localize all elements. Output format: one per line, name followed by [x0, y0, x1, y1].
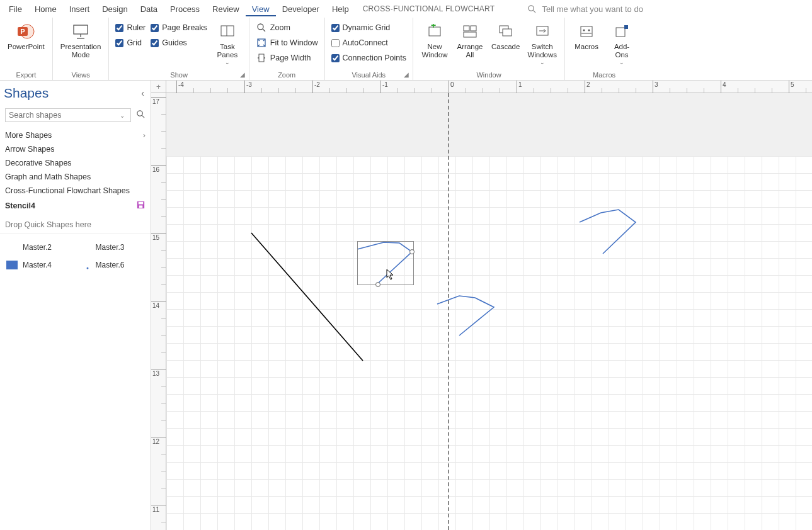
group-label-macros: Macros	[569, 70, 639, 80]
svg-line-11	[263, 29, 265, 31]
ribbon-group-zoom: Zoom Fit to Window Page Width Zoom	[249, 18, 325, 80]
cascade-label: Cascade	[491, 43, 520, 51]
master-3[interactable]: Master.3	[77, 240, 147, 255]
master-2[interactable]: Master.2	[4, 240, 74, 255]
svg-rect-31	[139, 202, 144, 205]
task-panes-button[interactable]: Task Panes ⌄	[210, 19, 245, 69]
selection-box[interactable]	[357, 241, 414, 285]
grid-checkbox[interactable]: Grid	[113, 35, 148, 50]
switch-windows-icon	[534, 21, 551, 42]
autoconnect-checkbox[interactable]: AutoConnect	[329, 35, 409, 50]
selection-handle[interactable]	[409, 249, 415, 254]
vertical-ruler[interactable]: 17161514131211	[151, 93, 166, 530]
selection-handle[interactable]	[375, 282, 380, 287]
canvas-area: + -4-3-2-1012345 17161514131211	[151, 81, 812, 530]
guides-checkbox[interactable]: Guides	[148, 35, 210, 50]
zoom-button[interactable]: Zoom	[253, 20, 321, 35]
svg-point-23	[583, 30, 585, 31]
group-label-zoom: Zoom	[253, 70, 321, 80]
ribbon-group-visual-aids: Dynamic Grid AutoConnect Connection Poin…	[325, 18, 413, 80]
menu-developer[interactable]: Developer	[276, 2, 326, 16]
category-cross-functional-shapes[interactable]: Cross-Functional Flowchart Shapes	[0, 184, 151, 198]
menu-bar: File Home Insert Design Data Process Rev…	[0, 0, 812, 18]
svg-rect-33	[6, 261, 18, 269]
svg-line-1	[534, 10, 536, 13]
menu-review[interactable]: Review	[206, 2, 246, 16]
new-window-icon: +	[426, 21, 443, 42]
visual-aids-dialog-launcher[interactable]: ◢	[404, 71, 411, 79]
category-arrow-shapes[interactable]: Arrow Shapes	[0, 142, 151, 156]
presentation-label: Presentation Mode	[60, 43, 101, 59]
svg-line-29	[142, 115, 144, 118]
menu-data[interactable]: Data	[134, 2, 164, 16]
powerpoint-label: PowerPoint	[8, 43, 45, 51]
svg-rect-17	[471, 26, 476, 31]
fit-window-icon	[256, 37, 267, 48]
horizontal-ruler[interactable]: -4-3-2-1012345	[166, 81, 812, 93]
group-label-views: Views	[57, 70, 105, 80]
menu-view[interactable]: View	[246, 2, 276, 16]
switch-windows-button[interactable]: Switch Windows ⌄	[523, 19, 561, 69]
ribbon-group-views: Presentation Mode Views	[53, 18, 110, 80]
ruler-corner[interactable]: +	[151, 81, 166, 93]
arrange-all-button[interactable]: Arrange All	[452, 19, 488, 62]
search-icon[interactable]	[136, 110, 146, 121]
master-6[interactable]: Master.6	[77, 257, 147, 273]
svg-rect-27	[624, 25, 628, 29]
svg-point-24	[588, 30, 590, 31]
ruler-checkbox[interactable]: Ruler	[113, 20, 148, 35]
master-4[interactable]: Master.4	[4, 257, 74, 273]
powerpoint-button[interactable]: P PowerPoint	[4, 19, 49, 54]
connection-points-checkbox[interactable]: Connection Points	[329, 50, 409, 65]
stencil-item[interactable]: Stencil4	[0, 198, 151, 214]
drop-quick-shapes-hint: Drop Quick Shapes here	[0, 214, 151, 234]
page-width-button[interactable]: Page Width	[253, 50, 321, 65]
page-width-icon	[256, 52, 267, 64]
switch-windows-label: Switch Windows	[527, 43, 557, 59]
tell-me-search[interactable]: Tell me what you want to do	[527, 4, 809, 14]
category-graph-math-shapes[interactable]: Graph and Math Shapes	[0, 170, 151, 184]
menu-home[interactable]: Home	[28, 2, 63, 16]
menu-file[interactable]: File	[3, 2, 28, 16]
svg-text:+: +	[431, 24, 436, 30]
fit-to-window-button[interactable]: Fit to Window	[253, 35, 321, 50]
menu-process[interactable]: Process	[164, 2, 206, 16]
cascade-button[interactable]: Cascade	[488, 19, 523, 54]
svg-rect-20	[503, 29, 512, 36]
new-window-label: New Window	[422, 43, 448, 59]
menu-help[interactable]: Help	[326, 2, 355, 16]
collapse-panel-icon[interactable]: ‹	[141, 88, 144, 98]
chevron-right-icon: ›	[143, 131, 146, 140]
svg-rect-8	[221, 26, 234, 36]
show-dialog-launcher[interactable]: ◢	[240, 71, 248, 79]
ribbon-group-macros: Macros Add- Ons ⌄ Macros	[565, 18, 643, 80]
macros-label: Macros	[575, 43, 598, 51]
menu-insert[interactable]: Insert	[63, 2, 96, 16]
task-panes-label: Task Panes	[217, 43, 238, 59]
menu-template[interactable]: CROSS-FUNCTIONAL FLOWCHART	[355, 2, 503, 16]
macros-button[interactable]: Macros	[569, 19, 604, 54]
task-panes-icon	[219, 21, 236, 42]
shapes-search-input[interactable]	[5, 108, 131, 122]
new-window-button[interactable]: + New Window	[417, 19, 452, 62]
group-label-show: Show	[113, 70, 244, 80]
drawing-canvas[interactable]	[166, 93, 812, 530]
addons-button[interactable]: Add- Ons ⌄	[604, 19, 639, 69]
group-label-visual-aids: Visual Aids	[329, 70, 409, 80]
ribbon: P PowerPoint Export Presentation Mode Vi…	[0, 18, 812, 81]
addons-label: Add- Ons	[614, 43, 629, 59]
ribbon-group-show: Ruler Grid Page Breaks Guides Task Panes…	[109, 18, 249, 80]
svg-rect-13	[259, 54, 264, 62]
master-2-thumb	[5, 242, 19, 253]
svg-line-35	[251, 233, 363, 361]
category-decorative-shapes[interactable]: Decorative Shapes	[0, 156, 151, 170]
tell-me-placeholder: Tell me what you want to do	[542, 4, 643, 14]
dynamic-grid-checkbox[interactable]: Dynamic Grid	[329, 20, 409, 35]
presentation-mode-button[interactable]: Presentation Mode	[57, 19, 105, 62]
page-breaks-checkbox[interactable]: Page Breaks	[148, 20, 210, 35]
svg-point-28	[137, 110, 142, 115]
menu-design[interactable]: Design	[96, 2, 134, 16]
svg-point-0	[529, 5, 534, 10]
presentation-icon	[71, 21, 90, 42]
more-shapes-item[interactable]: More Shapes ›	[0, 128, 151, 142]
